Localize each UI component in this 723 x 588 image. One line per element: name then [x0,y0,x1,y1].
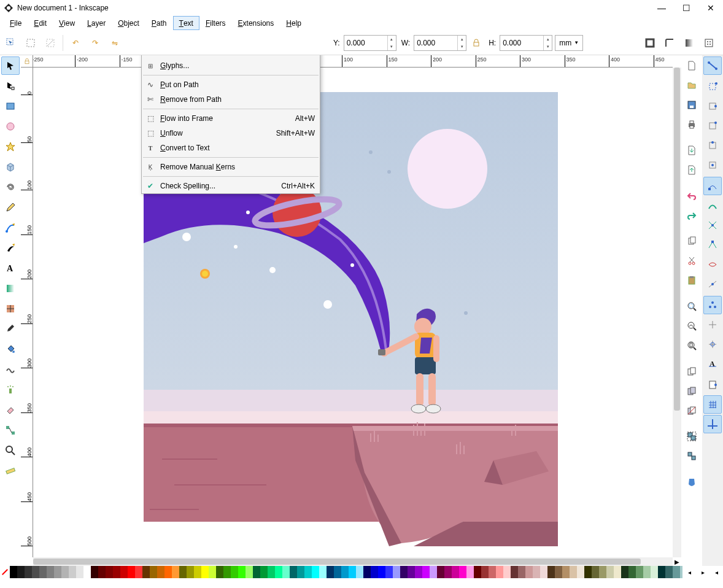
ellipse-tool[interactable] [1,117,20,136]
snap-path-icon[interactable] [703,196,722,215]
menu-file[interactable]: File [4,16,28,30]
color-swatch[interactable] [69,566,76,578]
color-swatch[interactable] [577,566,584,578]
color-swatch[interactable] [489,566,496,578]
color-swatch[interactable] [98,566,106,578]
color-swatch[interactable] [555,566,562,578]
clone-icon[interactable] [682,382,701,400]
ruler-lock-icon[interactable] [21,55,33,68]
color-swatch[interactable] [540,566,547,578]
color-swatch[interactable] [319,566,327,578]
color-swatch[interactable] [643,566,651,578]
snap-bbox-center-icon[interactable] [703,156,722,174]
redo-icon[interactable] [682,206,701,225]
color-swatch[interactable] [157,566,164,578]
menu-help[interactable]: Help [280,16,307,30]
zoom-fit-page-icon[interactable] [682,336,701,355]
color-swatch[interactable] [172,566,179,578]
horizontal-ruler[interactable]: -300-250-200-150-100-5005010015020025030… [33,55,673,68]
lock-aspect-icon[interactable] [469,34,484,52]
color-swatch[interactable] [32,566,39,578]
snap-bbox-midpoint-icon[interactable] [703,136,722,155]
color-swatch[interactable] [135,566,142,578]
color-swatch[interactable] [606,566,614,578]
horizontal-scrollbar[interactable] [33,557,673,566]
menu-extensions[interactable]: Extensions [232,16,280,30]
color-swatch[interactable] [385,566,393,578]
h-input[interactable]: ▴▾ [500,35,552,51]
color-swatch[interactable] [304,566,312,578]
bezier-tool[interactable] [1,219,20,237]
color-swatch[interactable] [393,566,400,578]
affect-stroke-icon[interactable] [641,34,659,52]
palette-scroll-left-icon[interactable]: ◂ [682,566,696,578]
affect-gradient-icon[interactable] [680,34,698,52]
color-swatch[interactable] [290,566,297,578]
menu-item-remove-from-path[interactable]: ✄Remove from Path [142,92,320,107]
menu-item-glyphs[interactable]: ⊞Glyphs... [142,58,320,73]
fill-stroke-dialog-icon[interactable] [682,473,701,491]
menu-layer[interactable]: Layer [81,16,112,30]
menu-view[interactable]: View [53,16,81,30]
color-swatch[interactable] [61,566,69,578]
color-swatch[interactable] [128,566,135,578]
color-swatch[interactable] [106,566,113,578]
color-swatch[interactable] [349,566,356,578]
snap-nodes-icon[interactable] [703,177,722,195]
spiral-tool[interactable] [1,178,20,196]
color-swatch[interactable] [599,566,606,578]
no-fill-swatch[interactable] [0,566,10,578]
color-swatch[interactable] [444,566,452,578]
color-swatch[interactable] [275,566,282,578]
color-swatch[interactable] [658,566,665,578]
snap-grid-icon[interactable] [703,395,722,414]
palette-menu-icon[interactable]: ◂ [709,566,723,578]
paint-bucket-tool[interactable] [1,340,20,358]
color-swatch[interactable] [363,566,371,578]
color-swatch[interactable] [47,566,54,578]
color-swatch[interactable] [496,566,503,578]
dropper-tool[interactable] [1,320,20,338]
color-swatch[interactable] [415,566,422,578]
eraser-tool[interactable] [1,401,20,419]
color-swatch[interactable] [327,566,334,578]
color-swatch[interactable] [636,566,643,578]
color-swatch[interactable] [194,566,201,578]
rotate-ccw-icon[interactable]: ↶ [67,34,84,52]
color-swatch[interactable] [91,566,98,578]
color-swatch[interactable] [76,566,83,578]
color-swatch[interactable] [297,566,304,578]
snap-object-center-icon[interactable] [703,315,722,334]
star-tool[interactable] [1,137,20,156]
color-swatch[interactable] [621,566,628,578]
color-swatch[interactable] [518,566,525,578]
snap-intersection-icon[interactable] [703,216,722,234]
color-swatch[interactable] [120,566,128,578]
snap-page-border-icon[interactable] [703,376,722,394]
color-swatch[interactable] [223,566,231,578]
color-swatch[interactable] [356,566,363,578]
color-swatch[interactable] [10,566,17,578]
color-swatch[interactable] [246,566,253,578]
color-swatch[interactable] [466,566,474,578]
snap-guide-icon[interactable] [703,415,722,433]
open-icon[interactable] [682,76,701,95]
node-tool[interactable] [1,77,20,95]
color-swatch[interactable] [201,566,209,578]
color-swatch[interactable] [238,566,246,578]
close-button[interactable]: ✕ [698,0,723,16]
color-swatch[interactable] [673,566,680,578]
snap-smooth-icon[interactable] [703,255,722,274]
color-swatch[interactable] [231,566,238,578]
color-swatch[interactable] [533,566,540,578]
color-swatch[interactable] [341,566,349,578]
color-swatch[interactable] [651,566,658,578]
palette-scroll-right-icon[interactable]: ▸ [696,566,709,578]
selector-tool[interactable] [1,56,20,75]
color-swatch[interactable] [665,566,673,578]
color-swatch[interactable] [282,566,290,578]
zoom-fit-drawing-icon[interactable] [682,317,701,335]
menu-text[interactable]: Text [173,16,199,30]
color-swatch[interactable] [511,566,518,578]
select-all-icon[interactable] [22,34,39,52]
